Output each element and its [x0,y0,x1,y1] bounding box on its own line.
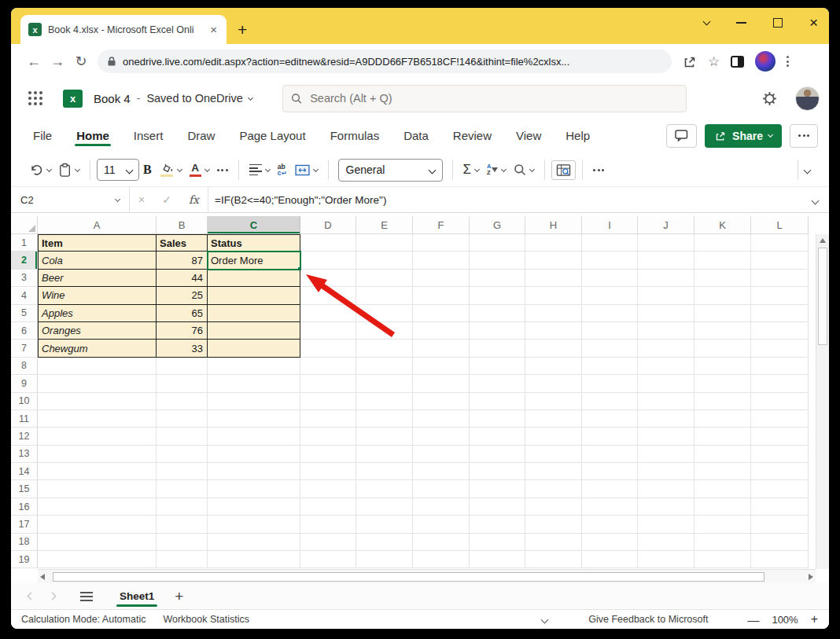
bookmark-star-icon[interactable]: ☆ [708,53,720,70]
cell-J7[interactable] [638,340,694,357]
cell-F10[interactable] [413,393,470,410]
share-button[interactable]: Share [705,124,782,148]
cell-G18[interactable] [470,534,525,551]
cell-G9[interactable] [470,375,525,392]
cell-G6[interactable] [470,322,525,340]
sheet-tab-sheet1[interactable]: Sheet1 [112,586,162,607]
cancel-icon[interactable]: × [130,193,153,206]
cell-A14[interactable] [38,463,157,480]
cell-C2[interactable]: Order More [208,252,300,269]
cell-L7[interactable] [751,340,809,357]
row-header-17[interactable]: 17 [11,516,38,533]
minimize-button[interactable] [736,22,746,24]
column-header-C[interactable]: C [208,216,300,234]
cell-D2[interactable] [300,252,356,269]
cell-L3[interactable] [751,270,809,287]
scroll-up-icon[interactable] [816,234,829,247]
cell-D3[interactable] [300,270,356,287]
cell-A5[interactable]: Apples [38,305,157,322]
column-header-G[interactable]: G [470,216,525,234]
cell-K6[interactable] [694,322,751,340]
cell-L11[interactable] [751,410,809,428]
cell-A4[interactable]: Wine [38,287,157,304]
cell-H13[interactable] [525,446,582,463]
cell-K15[interactable] [694,480,751,498]
cell-E1[interactable] [356,234,413,252]
cell-E14[interactable] [356,463,413,480]
cell-I14[interactable] [582,463,638,480]
column-header-L[interactable]: L [751,216,809,234]
cell-B18[interactable] [157,534,208,551]
app-launcher-waffle-icon[interactable] [28,91,42,105]
cell-B9[interactable] [157,375,208,392]
cell-H18[interactable] [525,534,582,551]
column-header-J[interactable]: J [638,216,694,234]
row-header-18[interactable]: 18 [11,534,38,551]
cell-K4[interactable] [694,287,751,304]
undo-button[interactable] [25,160,55,180]
cell-A12[interactable] [38,428,157,445]
cell-L4[interactable] [751,287,809,304]
cell-D7[interactable] [300,340,356,357]
cell-C1[interactable]: Status [208,234,300,252]
cell-J6[interactable] [638,322,694,340]
cell-K9[interactable] [694,375,751,392]
column-header-I[interactable]: I [582,216,638,234]
row-header-15[interactable]: 15 [11,480,38,498]
sheet-view-button[interactable] [551,160,576,180]
cell-F11[interactable] [413,410,470,428]
cell-F12[interactable] [413,428,470,445]
cell-L8[interactable] [751,358,809,375]
cell-E6[interactable] [356,322,413,340]
cell-H10[interactable] [525,393,582,410]
collapse-ribbon-chevron-icon[interactable] [804,166,812,174]
cell-F4[interactable] [413,287,470,304]
cell-L16[interactable] [751,498,809,516]
cell-F16[interactable] [413,498,470,516]
cell-I2[interactable] [582,252,638,269]
cell-C7[interactable] [208,340,300,357]
back-icon[interactable]: ← [22,53,46,70]
cell-I13[interactable] [582,446,638,463]
tab-file[interactable]: File [33,121,52,150]
column-header-E[interactable]: E [356,216,413,234]
search-box[interactable] [282,85,687,112]
cell-D15[interactable] [300,480,356,498]
cell-A16[interactable] [38,498,157,516]
zoom-level[interactable]: 100% [772,614,798,626]
cell-F6[interactable] [413,322,470,340]
vertical-scrollbar[interactable] [816,234,829,569]
cell-G10[interactable] [470,393,525,410]
cell-H19[interactable] [525,551,582,568]
cell-I15[interactable] [582,480,638,498]
column-header-B[interactable]: B [157,216,208,234]
cell-H17[interactable] [525,516,582,533]
cell-G11[interactable] [470,410,525,428]
cell-H2[interactable] [525,252,582,269]
cell-H11[interactable] [525,410,582,428]
cell-D4[interactable] [300,287,356,304]
cell-L14[interactable] [751,463,809,480]
cell-B6[interactable]: 76 [157,322,208,340]
find-button[interactable] [510,160,538,179]
number-format-dropdown[interactable]: General [338,159,443,182]
cell-H15[interactable] [525,480,582,498]
cell-F1[interactable] [413,234,470,252]
cell-K2[interactable] [694,252,751,269]
cell-L2[interactable] [751,252,809,269]
cell-H1[interactable] [525,234,582,252]
cell-B5[interactable]: 65 [157,305,208,322]
cell-J1[interactable] [638,234,694,252]
cell-J2[interactable] [638,252,694,269]
cell-F18[interactable] [413,534,470,551]
cell-J17[interactable] [638,516,694,533]
cell-K14[interactable] [694,463,751,480]
cell-D11[interactable] [300,410,356,428]
cell-A17[interactable] [38,516,157,533]
saved-status[interactable]: Saved to OneDrive [146,92,252,105]
cell-G16[interactable] [470,498,525,516]
cell-D5[interactable] [300,305,356,322]
row-header-11[interactable]: 11 [11,410,38,428]
cell-G13[interactable] [470,446,525,463]
cell-I6[interactable] [582,322,638,340]
